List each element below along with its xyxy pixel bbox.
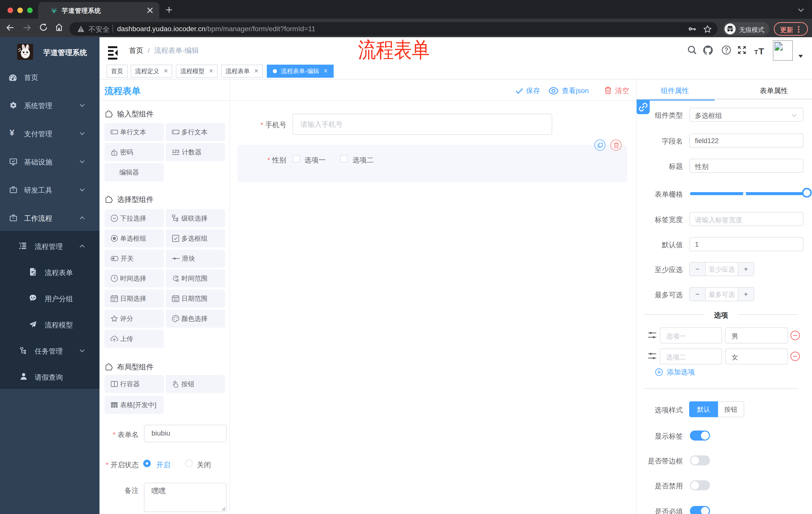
svg-text:T: T (754, 49, 758, 55)
svg-text:T: T (758, 46, 764, 55)
svg-text:123: 123 (172, 149, 179, 154)
